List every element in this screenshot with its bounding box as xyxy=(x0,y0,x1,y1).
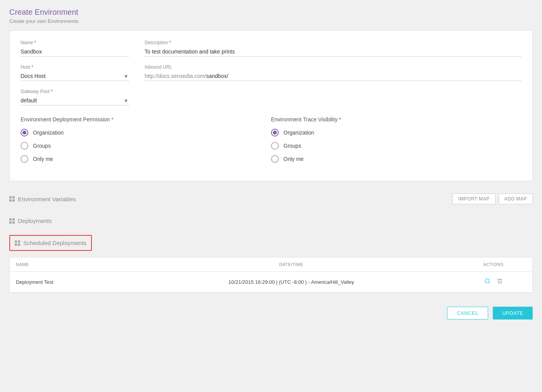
deployments-title: Deployments xyxy=(18,218,52,224)
scheduled-deployments-section: Scheduled Deployments xyxy=(9,230,533,256)
gateway-pool-select[interactable]: default pool-1 xyxy=(21,96,129,105)
view-button[interactable] xyxy=(483,277,491,287)
col-header-actions: ACTIONS xyxy=(455,257,532,272)
import-map-button[interactable]: IMPORT MAP xyxy=(452,193,495,204)
svg-point-0 xyxy=(485,279,489,283)
page-subtitle: Create your own Environments xyxy=(9,18,533,24)
gateway-pool-label: Gateway Pool * xyxy=(21,89,129,94)
table-row: Deployment Test 10/21/2015 16:29:00 | (U… xyxy=(10,272,532,292)
trace-visibility-title: Environment Trace Visibility * xyxy=(271,116,521,123)
delete-button[interactable] xyxy=(496,277,504,287)
col-header-name: NAME xyxy=(10,257,128,272)
host-select-wrapper: Docs Host Other Host ▾ xyxy=(21,71,129,81)
scheduled-deployments-table-container: NAME DATE/TIME ACTIONS Deployment Test 1… xyxy=(9,257,533,293)
trace-groups-radio[interactable] xyxy=(271,142,279,150)
deployment-onlyme-radio[interactable] xyxy=(21,155,28,163)
scheduled-grid-icon xyxy=(15,240,20,246)
deployment-onlyme-option[interactable]: Only me xyxy=(21,155,271,163)
description-input[interactable] xyxy=(145,47,521,57)
deployment-onlyme-label: Only me xyxy=(33,156,53,162)
row-datetime: 10/21/2015 16:29:00 | (UTC -8:00 ) - Ame… xyxy=(128,272,455,292)
deployment-groups-label: Groups xyxy=(33,143,51,149)
row-name: Deployment Test xyxy=(10,272,128,292)
host-select[interactable]: Docs Host Other Host xyxy=(21,71,129,81)
cancel-button[interactable]: CANCEL xyxy=(447,307,488,319)
scheduled-deployments-title: Scheduled Deployments xyxy=(23,240,86,246)
trace-onlyme-radio[interactable] xyxy=(271,155,279,163)
inbound-url-prefix: http://docs.sensedia.com/ xyxy=(145,73,206,79)
trace-org-radio[interactable] xyxy=(271,129,279,136)
name-label: Name * xyxy=(21,40,129,45)
inbound-url-value: sandbox/ xyxy=(206,73,228,79)
trace-groups-option[interactable]: Groups xyxy=(271,142,521,150)
inbound-url-label: Inbound URL xyxy=(145,64,521,70)
scheduled-deployments-highlight: Scheduled Deployments xyxy=(9,235,92,251)
name-input[interactable] xyxy=(21,47,129,57)
deployment-org-option[interactable]: Organization xyxy=(21,129,271,136)
page-title: Create Environment xyxy=(9,8,533,17)
gateway-pool-select-wrapper: default pool-1 ▾ xyxy=(21,96,129,105)
update-button[interactable]: UPDATE xyxy=(493,307,533,319)
deployment-groups-option[interactable]: Groups xyxy=(21,142,271,150)
deployment-permission-title: Environment Deployment Permission * xyxy=(21,116,271,123)
env-variables-title: Environment Variables xyxy=(18,196,76,202)
trace-org-option[interactable]: Organization xyxy=(271,129,521,136)
col-header-datetime: DATE/TIME xyxy=(128,257,455,272)
deployment-org-radio[interactable] xyxy=(21,129,28,136)
deployment-groups-radio[interactable] xyxy=(21,142,28,150)
inbound-url-display: http://docs.sensedia.com/ sandbox/ xyxy=(145,71,521,81)
svg-line-1 xyxy=(488,282,490,283)
add-map-button[interactable]: ADD MAP xyxy=(499,193,533,204)
host-label: Host * xyxy=(21,64,129,70)
env-variables-grid-icon xyxy=(9,196,15,202)
form-card: Name * Description * Host * Docs Host xyxy=(9,30,533,181)
trace-onlyme-label: Only me xyxy=(283,156,304,162)
row-actions xyxy=(455,272,532,292)
scheduled-deployments-table: NAME DATE/TIME ACTIONS Deployment Test 1… xyxy=(10,257,532,292)
trace-groups-label: Groups xyxy=(283,143,301,149)
description-label: Description * xyxy=(145,40,521,45)
footer-actions: CANCEL UPDATE xyxy=(9,300,533,323)
deployment-org-label: Organization xyxy=(33,130,64,136)
deployments-grid-icon xyxy=(9,218,15,224)
trace-onlyme-option[interactable]: Only me xyxy=(271,155,521,163)
trace-org-label: Organization xyxy=(283,130,314,136)
env-variables-section: Environment Variables IMPORT MAP ADD MAP xyxy=(9,189,533,209)
deployments-section: Deployments xyxy=(9,212,533,226)
